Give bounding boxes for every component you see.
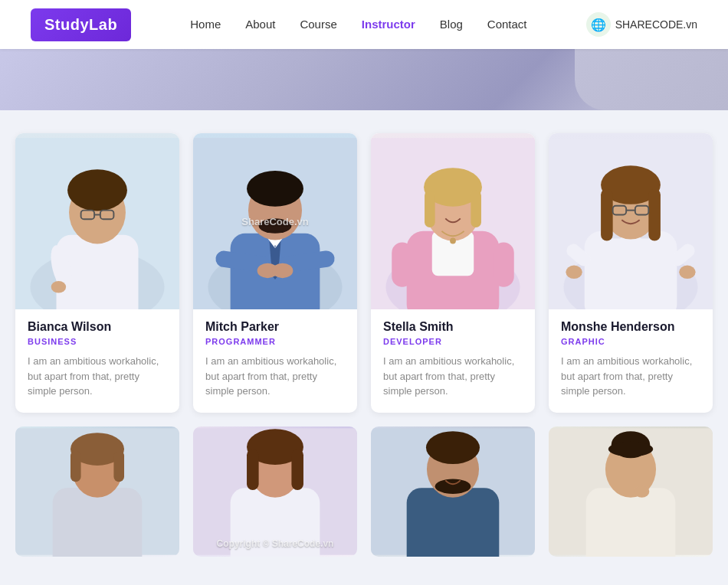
logo[interactable]: StudyLab	[31, 8, 131, 41]
card-role-bianca: BUSINESS	[28, 337, 167, 346]
card-desc-mitch: I am an ambitious workaholic, but apart …	[205, 354, 345, 399]
svg-point-26	[272, 263, 293, 278]
svg-rect-34	[425, 190, 435, 227]
sharecode-badge: 🌐 SHARECODE.vn	[586, 12, 697, 37]
nav-home[interactable]: Home	[190, 18, 221, 31]
card-info-mitch: Mitch Parker PROGRAMMER I am an ambitiou…	[193, 309, 357, 413]
card-photo-row2-4	[549, 426, 713, 557]
card-photo-stella	[371, 133, 535, 309]
card-photo-mitch: ShareCode.vn	[193, 133, 357, 309]
card-photo-row2-3	[371, 426, 535, 557]
card-name-stella: Stella Smith	[383, 320, 523, 334]
svg-rect-64	[231, 488, 320, 557]
svg-point-55	[679, 266, 695, 279]
svg-rect-68	[247, 449, 259, 490]
svg-point-11	[51, 281, 66, 293]
svg-point-54	[566, 266, 582, 279]
svg-rect-57	[53, 488, 143, 557]
svg-rect-69	[291, 449, 303, 490]
instructor-grid-row2: Copyright © ShareCode.vn	[15, 426, 713, 557]
card-info-monshe: Monshe Henderson GRAPHIC I am an ambitio…	[549, 309, 713, 413]
main-nav: Home About Course Instructor Blog Contac…	[190, 18, 526, 31]
hero-banner	[0, 49, 728, 110]
header: StudyLab Home About Course Instructor Bl…	[0, 0, 728, 49]
svg-rect-38	[494, 242, 514, 286]
instructor-card-stella[interactable]: Stella Smith DEVELOPER I am an ambitious…	[371, 133, 535, 413]
card-photo-row2-1	[15, 426, 179, 557]
card-name-mitch: Mitch Parker	[205, 320, 345, 334]
nav-about[interactable]: About	[245, 18, 275, 31]
svg-rect-41	[585, 231, 677, 309]
svg-rect-77	[586, 488, 676, 557]
svg-point-22	[259, 218, 292, 233]
card-info-stella: Stella Smith DEVELOPER I am an ambitious…	[371, 309, 535, 413]
instructor-card-monshe[interactable]: Monshe Henderson GRAPHIC I am an ambitio…	[549, 133, 713, 413]
svg-point-21	[247, 171, 303, 207]
instructor-card-mitch[interactable]: ShareCode.vn Mitch Parker PROGRAMMER I a…	[193, 133, 357, 413]
card-name-monshe: Monshe Henderson	[561, 320, 700, 334]
card-role-mitch: PROGRAMMER	[205, 337, 345, 346]
main-content: Bianca Wilson BUSINESS I am an ambitious…	[0, 110, 728, 572]
svg-point-75	[435, 479, 471, 493]
instructor-card-bianca[interactable]: Bianca Wilson BUSINESS I am an ambitious…	[15, 133, 179, 413]
nav-contact[interactable]: Contact	[487, 18, 527, 31]
svg-point-82	[635, 485, 649, 498]
card-role-monshe: GRAPHIC	[561, 337, 700, 346]
card-desc-bianca: I am an ambitious workaholic, but apart …	[28, 354, 167, 399]
svg-rect-62	[113, 450, 124, 482]
card-desc-monshe: I am an ambitious workaholic, but apart …	[561, 354, 700, 399]
card-photo-monshe	[549, 133, 713, 309]
card-role-stella: DEVELOPER	[383, 337, 523, 346]
svg-point-36	[450, 238, 456, 244]
card-photo-row2-2: Copyright © ShareCode.vn	[193, 426, 357, 557]
svg-point-6	[67, 169, 127, 211]
svg-rect-71	[407, 488, 500, 557]
svg-rect-61	[71, 450, 81, 482]
nav-course[interactable]: Course	[300, 18, 336, 31]
card-desc-stella: I am an ambitious workaholic, but apart …	[383, 354, 523, 399]
nav-blog[interactable]: Blog	[440, 18, 463, 31]
svg-rect-35	[471, 190, 481, 227]
sharecode-icon: 🌐	[586, 12, 611, 37]
svg-rect-37	[392, 242, 412, 286]
svg-point-74	[426, 431, 480, 464]
svg-rect-48	[648, 188, 661, 240]
svg-rect-47	[601, 188, 613, 240]
card-info-bianca: Bianca Wilson BUSINESS I am an ambitious…	[15, 309, 179, 413]
card-photo-bianca	[15, 133, 179, 309]
svg-point-81	[608, 441, 653, 456]
card-name-bianca: Bianca Wilson	[28, 320, 167, 334]
instructor-grid-row1: Bianca Wilson BUSINESS I am an ambitious…	[15, 133, 713, 413]
nav-instructor[interactable]: Instructor	[362, 18, 415, 31]
sharecode-text: SHARECODE.vn	[615, 18, 697, 31]
